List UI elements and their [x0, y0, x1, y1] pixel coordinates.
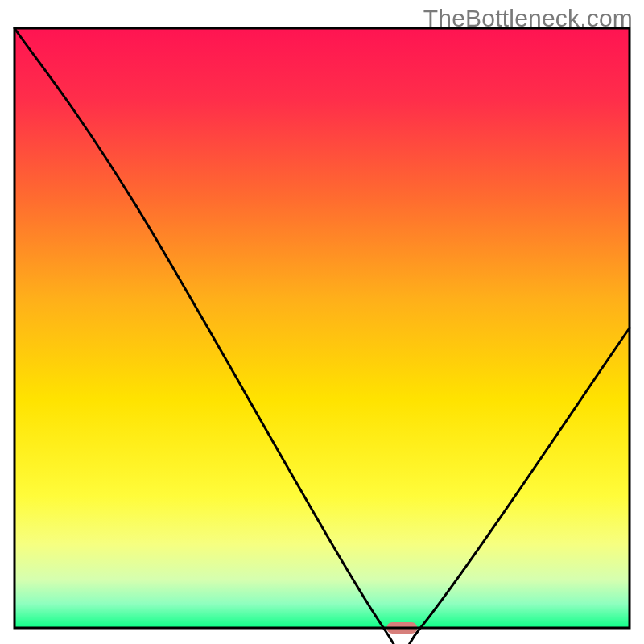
- gradient-background: [14, 28, 630, 628]
- bottleneck-chart: [0, 0, 644, 644]
- chart-container: TheBottleneck.com: [0, 0, 644, 644]
- watermark-text: TheBottleneck.com: [423, 5, 633, 32]
